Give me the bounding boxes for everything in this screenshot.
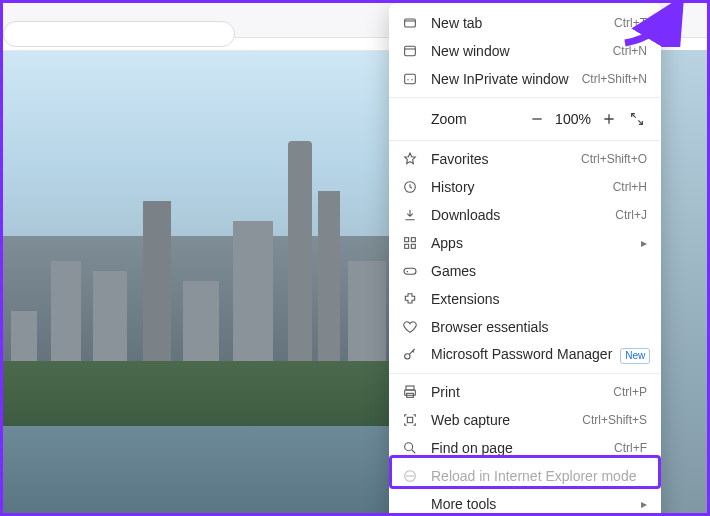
shortcut: Ctrl+F — [614, 441, 647, 455]
menu-label: More tools — [431, 496, 635, 512]
ie-icon — [401, 467, 419, 485]
extensions-icon — [401, 290, 419, 308]
new-badge: New — [620, 348, 650, 364]
menu-web-capture[interactable]: Web capture Ctrl+Shift+S — [389, 406, 661, 434]
zoom-value: 100% — [551, 111, 595, 127]
capture-icon — [401, 411, 419, 429]
menu-password-manager[interactable]: Microsoft Password ManagerNew — [389, 341, 661, 369]
svg-rect-4 — [405, 238, 409, 242]
menu-print[interactable]: Print Ctrl+P — [389, 378, 661, 406]
shortcut: Ctrl+P — [613, 385, 647, 399]
svg-rect-2 — [405, 74, 416, 83]
zoom-in-button[interactable] — [595, 105, 623, 133]
apps-icon — [401, 234, 419, 252]
svg-rect-13 — [407, 417, 412, 422]
shortcut: Ctrl+Shift+O — [581, 152, 647, 166]
menu-label: Reload in Internet Explorer mode — [431, 468, 647, 484]
key-icon — [401, 346, 419, 364]
menu-separator — [389, 373, 661, 374]
menu-label: Favorites — [431, 151, 581, 167]
svg-rect-8 — [404, 268, 416, 274]
shortcut: Ctrl+J — [615, 208, 647, 222]
chevron-right-icon: ▸ — [641, 497, 647, 511]
page-right-strip — [661, 50, 707, 513]
shortcut: Ctrl+Shift+S — [582, 413, 647, 427]
menu-new-tab[interactable]: New tab Ctrl+T — [389, 9, 661, 37]
print-icon — [401, 383, 419, 401]
menu-label: New InPrivate window — [431, 71, 582, 87]
svg-rect-7 — [411, 244, 415, 248]
city-photo — [3, 50, 389, 513]
menu-label: Games — [431, 263, 647, 279]
menu-find-on-page[interactable]: Find on page Ctrl+F — [389, 434, 661, 462]
menu-downloads[interactable]: Downloads Ctrl+J — [389, 201, 661, 229]
search-icon — [401, 439, 419, 457]
window-icon — [401, 42, 419, 60]
svg-rect-10 — [406, 386, 414, 390]
menu-label: Web capture — [431, 412, 582, 428]
menu-history[interactable]: History Ctrl+H — [389, 173, 661, 201]
games-icon — [401, 262, 419, 280]
zoom-label: Zoom — [431, 111, 523, 127]
tab-icon — [401, 14, 419, 32]
settings-menu: New tab Ctrl+T New window Ctrl+N New InP… — [389, 3, 661, 516]
screenshot-stage: New tab Ctrl+T New window Ctrl+N New InP… — [0, 0, 710, 516]
svg-rect-5 — [411, 238, 415, 242]
menu-favorites[interactable]: Favorites Ctrl+Shift+O — [389, 145, 661, 173]
menu-label: Browser essentials — [431, 319, 647, 335]
menu-label: Downloads — [431, 207, 615, 223]
menu-label: Microsoft Password ManagerNew — [431, 346, 650, 364]
menu-extensions[interactable]: Extensions — [389, 285, 661, 313]
svg-rect-1 — [405, 46, 416, 55]
menu-zoom-row: Zoom 100% — [389, 102, 661, 136]
menu-separator — [389, 97, 661, 98]
download-icon — [401, 206, 419, 224]
svg-rect-6 — [405, 244, 409, 248]
menu-browser-essentials[interactable]: Browser essentials — [389, 313, 661, 341]
heart-icon — [401, 318, 419, 336]
menu-reload-ie-mode: Reload in Internet Explorer mode — [389, 462, 661, 490]
shortcut: Ctrl+T — [614, 16, 647, 30]
menu-games[interactable]: Games — [389, 257, 661, 285]
inprivate-icon — [401, 70, 419, 88]
svg-point-9 — [405, 354, 410, 359]
svg-rect-0 — [405, 19, 416, 27]
menu-label: Extensions — [431, 291, 647, 307]
menu-separator — [389, 140, 661, 141]
menu-apps[interactable]: Apps ▸ — [389, 229, 661, 257]
menu-new-inprivate[interactable]: New InPrivate window Ctrl+Shift+N — [389, 65, 661, 93]
menu-label: New window — [431, 43, 613, 59]
menu-label: New tab — [431, 15, 614, 31]
svg-point-14 — [405, 443, 413, 451]
menu-new-window[interactable]: New window Ctrl+N — [389, 37, 661, 65]
menu-label: Print — [431, 384, 613, 400]
menu-label: History — [431, 179, 613, 195]
menu-label: Apps — [431, 235, 635, 251]
address-bar[interactable] — [3, 21, 235, 47]
star-icon — [401, 150, 419, 168]
fullscreen-button[interactable] — [623, 105, 651, 133]
shortcut: Ctrl+H — [613, 180, 647, 194]
menu-label: Find on page — [431, 440, 614, 456]
history-icon — [401, 178, 419, 196]
chevron-right-icon: ▸ — [641, 236, 647, 250]
menu-more-tools[interactable]: More tools ▸ — [389, 490, 661, 516]
shortcut: Ctrl+Shift+N — [582, 72, 647, 86]
zoom-out-button[interactable] — [523, 105, 551, 133]
shortcut: Ctrl+N — [613, 44, 647, 58]
